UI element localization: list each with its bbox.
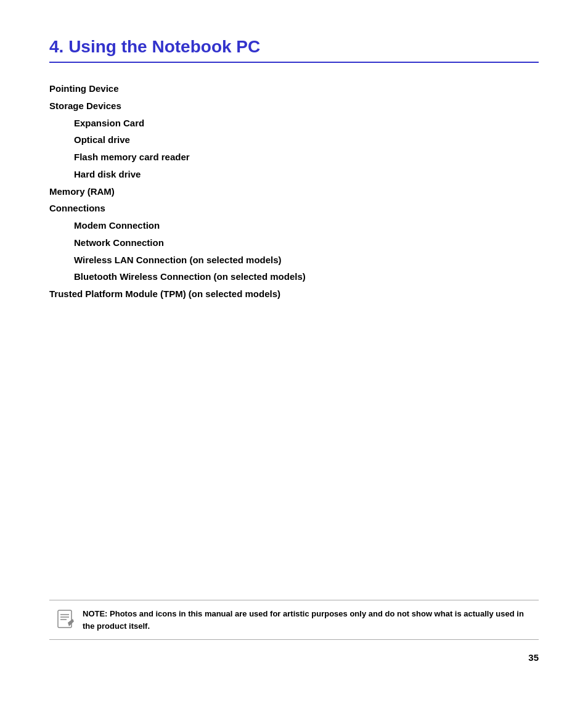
toc-item[interactable]: Expansion Card <box>49 115 539 132</box>
toc-item[interactable]: Trusted Platform Module (TPM) (on select… <box>49 285 539 303</box>
title-divider <box>49 62 539 63</box>
toc-item[interactable]: Connections <box>49 200 539 217</box>
note-icon <box>55 609 75 629</box>
page-container: 4. Using the Notebook PC Pointing Device… <box>0 0 588 712</box>
note-box: NOTE: Photos and icons in this manual ar… <box>49 600 539 640</box>
toc-item[interactable]: Pointing Device <box>49 80 539 97</box>
chapter-title: 4. Using the Notebook PC <box>49 37 539 57</box>
toc-item[interactable]: Storage Devices <box>49 97 539 115</box>
toc-item[interactable]: Optical drive <box>49 131 539 149</box>
svg-marker-4 <box>68 619 74 626</box>
toc-item[interactable]: Modem Connection <box>49 217 539 234</box>
toc-item[interactable]: Memory (RAM) <box>49 183 539 200</box>
toc-item[interactable]: Hard disk drive <box>49 166 539 183</box>
toc-item[interactable]: Bluetooth Wireless Connection (on select… <box>49 268 539 285</box>
page-number: 35 <box>49 652 539 663</box>
toc-item[interactable]: Network Connection <box>49 234 539 252</box>
table-of-contents: Pointing DeviceStorage DevicesExpansion … <box>49 80 539 600</box>
note-text: NOTE: Photos and icons in this manual ar… <box>83 608 533 632</box>
toc-item[interactable]: Flash memory card reader <box>49 149 539 166</box>
toc-item[interactable]: Wireless LAN Connection (on selected mod… <box>49 252 539 269</box>
